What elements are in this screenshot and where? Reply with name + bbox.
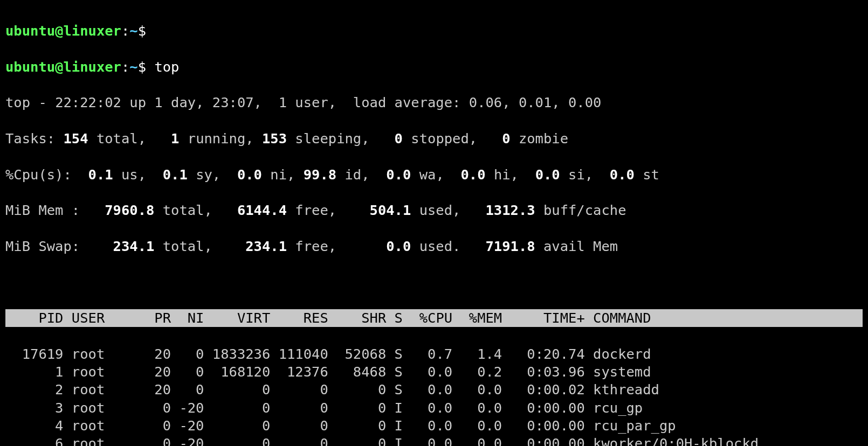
prompt-line-cmd: ubuntu@linuxer:~$ top xyxy=(5,58,863,76)
cell-s: I xyxy=(386,435,403,446)
cell-pid: 4 xyxy=(5,417,63,434)
col-cpu[interactable]: %CPU xyxy=(403,310,452,326)
cell-cpu: 0.0 xyxy=(403,364,452,380)
top-summary-cpu: %Cpu(s): 0.1 us, 0.1 sy, 0.0 ni, 99.8 id… xyxy=(5,166,863,184)
prompt-user: ubuntu@linuxer xyxy=(5,59,121,75)
col-s[interactable]: S xyxy=(386,310,403,326)
cell-res: 111040 xyxy=(270,346,328,362)
cell-mem: 0.0 xyxy=(452,417,502,434)
cell-res: 0 xyxy=(270,435,328,446)
top-summary-mem: MiB Mem : 7960.8 total, 6144.4 free, 504… xyxy=(5,201,863,219)
cell-user: root xyxy=(63,417,146,434)
cell-virt: 1833236 xyxy=(204,346,270,362)
col-user[interactable]: USER xyxy=(63,310,146,326)
cell-pr: 20 xyxy=(146,364,171,380)
col-command[interactable]: COMMAND xyxy=(585,310,651,326)
cell-shr: 0 xyxy=(328,400,386,416)
cell-command: systemd xyxy=(585,364,651,380)
prompt-sep: : xyxy=(121,59,129,75)
header-fill xyxy=(651,310,868,326)
cell-ni: -20 xyxy=(171,417,204,434)
cell-command: rcu_par_gp xyxy=(585,417,676,434)
cell-ni: -20 xyxy=(171,400,204,416)
cell-pid: 2 xyxy=(5,381,63,398)
cell-ni: 0 xyxy=(171,381,204,398)
cell-shr: 0 xyxy=(328,381,386,398)
col-mem[interactable]: %MEM xyxy=(452,310,502,326)
cell-res: 0 xyxy=(270,400,328,416)
prompt-symbol: $ xyxy=(138,59,146,75)
cell-pr: 20 xyxy=(146,381,171,398)
blank-line xyxy=(5,273,863,291)
cell-command: kthreadd xyxy=(585,381,659,398)
col-pr[interactable]: PR xyxy=(146,310,171,326)
top-summary-line1: top - 22:22:02 up 1 day, 23:07, 1 user, … xyxy=(5,94,863,111)
cell-mem: 0.2 xyxy=(452,364,502,380)
col-ni[interactable]: NI xyxy=(171,310,204,326)
top-summary-swap: MiB Swap: 234.1 total, 234.1 free, 0.0 u… xyxy=(5,238,863,255)
terminal[interactable]: ubuntu@linuxer:~$ ubuntu@linuxer:~$ top … xyxy=(0,0,868,446)
cell-user: root xyxy=(63,400,146,416)
cell-virt: 0 xyxy=(204,435,270,446)
cell-s: S xyxy=(386,364,403,380)
cell-cpu: 0.7 xyxy=(403,346,452,362)
prompt-dir: ~ xyxy=(129,59,137,75)
col-virt[interactable]: VIRT xyxy=(204,310,270,326)
cell-command: kworker/0:0H-kblockd xyxy=(585,435,759,446)
process-table-body: 17619 root 20 0 1833236 111040 52068 S 0… xyxy=(5,345,863,446)
cell-time: 0:20.74 xyxy=(502,346,585,362)
cell-pr: 0 xyxy=(146,417,171,434)
cell-virt: 0 xyxy=(204,381,270,398)
cell-pid: 6 xyxy=(5,435,63,446)
cell-res: 0 xyxy=(270,417,328,434)
cell-s: S xyxy=(386,346,403,362)
cell-s: I xyxy=(386,400,403,416)
cell-shr: 0 xyxy=(328,435,386,446)
prompt-sep: : xyxy=(121,23,129,39)
cell-command: rcu_gp xyxy=(585,400,643,416)
cell-shr: 52068 xyxy=(328,346,386,362)
prompt-line-empty: ubuntu@linuxer:~$ xyxy=(5,22,863,40)
cell-ni: 0 xyxy=(171,364,204,380)
cell-cpu: 0.0 xyxy=(403,435,452,446)
prompt-user: ubuntu@linuxer xyxy=(5,23,121,39)
cell-mem: 0.0 xyxy=(452,435,502,446)
cell-res: 0 xyxy=(270,381,328,398)
cell-pr: 20 xyxy=(146,346,171,362)
cell-shr: 0 xyxy=(328,417,386,434)
cell-time: 0:00.00 xyxy=(502,417,585,434)
cell-s: S xyxy=(386,381,403,398)
cell-pid: 3 xyxy=(5,400,63,416)
cell-pid: 17619 xyxy=(5,346,63,362)
prompt-dir: ~ xyxy=(129,23,137,39)
col-res[interactable]: RES xyxy=(270,310,328,326)
table-row: 4 root 0 -20 0 0 0 I 0.0 0.0 0:00.00 rcu… xyxy=(5,417,863,435)
cell-cpu: 0.0 xyxy=(403,417,452,434)
cell-time: 0:03.96 xyxy=(502,364,585,380)
col-shr[interactable]: SHR xyxy=(328,310,386,326)
col-pid[interactable]: PID xyxy=(5,310,63,326)
col-time[interactable]: TIME+ xyxy=(502,310,585,326)
cell-cpu: 0.0 xyxy=(403,400,452,416)
cell-s: I xyxy=(386,417,403,434)
cell-user: root xyxy=(63,364,146,380)
cell-ni: 0 xyxy=(171,346,204,362)
table-row: 17619 root 20 0 1833236 111040 52068 S 0… xyxy=(5,345,863,363)
table-row: 6 root 0 -20 0 0 0 I 0.0 0.0 0:00.00 kwo… xyxy=(5,435,863,446)
cell-pr: 0 xyxy=(146,400,171,416)
cell-pr: 0 xyxy=(146,435,171,446)
cell-shr: 8468 xyxy=(328,364,386,380)
cell-virt: 0 xyxy=(204,400,270,416)
cell-user: root xyxy=(63,381,146,398)
cell-mem: 0.0 xyxy=(452,381,502,398)
cell-virt: 168120 xyxy=(204,364,270,380)
cell-mem: 0.0 xyxy=(452,400,502,416)
cell-time: 0:00.00 xyxy=(502,435,585,446)
prompt-symbol: $ xyxy=(138,23,146,39)
cell-res: 12376 xyxy=(270,364,328,380)
process-table-header[interactable]: PID USER PR NI VIRT RES SHR S %CPU %MEM … xyxy=(5,309,863,327)
top-summary-tasks: Tasks: 154 total, 1 running, 153 sleepin… xyxy=(5,130,863,148)
cell-ni: -20 xyxy=(171,435,204,446)
cell-virt: 0 xyxy=(204,417,270,434)
cell-user: root xyxy=(63,346,146,362)
